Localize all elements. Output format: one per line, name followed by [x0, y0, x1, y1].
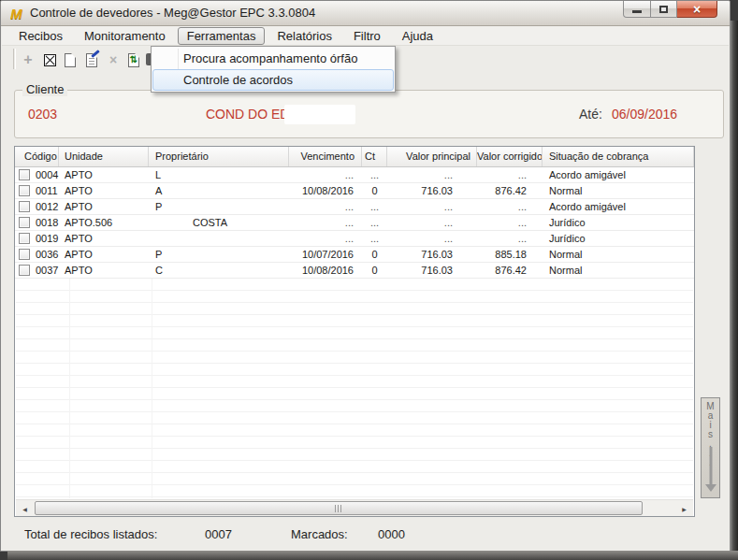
- menu-item-recibos[interactable]: Recibos: [9, 27, 72, 45]
- cell-valor_principal: ...: [387, 167, 477, 182]
- grid-gridline: [152, 279, 152, 498]
- total-recibos-value: 0007: [205, 521, 232, 549]
- cell-ct: 0: [362, 247, 387, 262]
- column-header-proprietario[interactable]: Proprietário: [149, 147, 289, 166]
- cell-situacao: Normal: [543, 183, 694, 198]
- cell-vencimento: ...: [289, 167, 362, 182]
- menu-item-filtro[interactable]: Filtro: [344, 27, 390, 45]
- cell-ct: ...: [362, 199, 387, 214]
- cell-codigo: 0019: [36, 233, 58, 244]
- table-row[interactable]: 0018APTO.506COSTA............Jurídico: [15, 215, 694, 231]
- minimize-button[interactable]: [623, 1, 651, 18]
- cell-unidade: APTO: [59, 247, 149, 262]
- close-button[interactable]: ×: [677, 1, 717, 18]
- redaction-box: [284, 105, 355, 124]
- grid-gridline: [69, 279, 70, 498]
- window-title: Controle de devedores - Meg@Gestor EPC 3…: [30, 1, 315, 25]
- maximize-icon: [659, 6, 668, 13]
- row-checkbox[interactable]: [19, 185, 30, 196]
- cliente-codigo: 0203: [28, 91, 57, 137]
- cell-codigo: 0018: [36, 217, 58, 228]
- cell-valor_principal: 716.03: [387, 183, 477, 198]
- cell-valor_corrigido: ...: [477, 215, 543, 230]
- scrollbar-grip-icon: [335, 505, 342, 512]
- scrollbar-thumb[interactable]: [35, 501, 643, 515]
- table-row[interactable]: 0011APTOA10/08/20160716.03876.42Normal: [15, 183, 694, 199]
- row-checkbox[interactable]: [19, 169, 30, 180]
- cell-vencimento: ...: [289, 199, 362, 214]
- row-checkbox[interactable]: [19, 249, 30, 260]
- dropdown-item-controle-de-acordos[interactable]: Controle de acordos: [152, 69, 394, 91]
- plus-glyph: +: [23, 52, 32, 67]
- new-document-icon[interactable]: [62, 51, 79, 68]
- column-header-valor-principal[interactable]: Valor principal: [387, 147, 477, 166]
- x-glyph: ×: [109, 53, 117, 66]
- table-row[interactable]: 0004APTOL............Acordo amigável: [15, 167, 694, 183]
- minimize-icon: [632, 10, 642, 13]
- table-row[interactable]: 0012APTOP............Acordo amigável: [15, 199, 694, 215]
- column-header-vencimento[interactable]: Vencimento: [289, 147, 362, 166]
- cell-valor_principal: ...: [387, 199, 477, 214]
- scroll-right-arrow-icon[interactable]: ▶: [677, 502, 691, 515]
- toolbar-grip[interactable]: [13, 49, 16, 69]
- refresh-icon[interactable]: ⇅: [125, 51, 142, 68]
- cell-valor_corrigido: 876.42: [477, 183, 543, 198]
- column-header-valor-corrigido[interactable]: Valor corrigido: [477, 147, 543, 166]
- ferramentas-dropdown: Procura acompanhamento órfãoControle de …: [151, 46, 396, 93]
- cell-ct: 0: [362, 183, 387, 198]
- cancel-box-icon[interactable]: [41, 51, 58, 68]
- menu-item-ajuda[interactable]: Ajuda: [393, 27, 442, 45]
- cell-unidade: APTO.506: [59, 215, 149, 230]
- cell-proprietario: L: [149, 167, 289, 182]
- cell-codigo: 0012: [36, 201, 58, 212]
- cell-valor_principal: 716.03: [387, 247, 477, 262]
- app-window: M Controle de devedores - Meg@Gestor EPC…: [0, 0, 731, 552]
- menu-item-relatorios[interactable]: Relatórios: [268, 27, 341, 45]
- cell-valor_principal: 716.03: [387, 263, 477, 278]
- table-row[interactable]: 0037APTOC10/08/20160716.03876.42Normal: [15, 263, 694, 279]
- marcados-label: Marcados:: [291, 521, 348, 549]
- row-checkbox[interactable]: [19, 265, 30, 276]
- add-icon[interactable]: +: [20, 51, 36, 68]
- cell-vencimento: ...: [289, 231, 362, 246]
- cell-valor_corrigido: ...: [477, 231, 543, 246]
- cell-proprietario: P: [149, 199, 289, 214]
- ate-label: Até:: [579, 91, 602, 137]
- grid-empty-area: [16, 279, 693, 498]
- screen: M Controle de devedores - Meg@Gestor EPC…: [0, 0, 738, 560]
- cell-situacao: Normal: [543, 247, 694, 262]
- title-bar[interactable]: M Controle de devedores - Meg@Gestor EPC…: [1, 1, 730, 26]
- status-bar: Total de recibos listados: 0007 Marcados…: [1, 521, 730, 549]
- column-header-ct[interactable]: Ct: [362, 147, 387, 166]
- cell-codigo-container: 0011: [15, 183, 59, 198]
- delete-icon[interactable]: ×: [105, 51, 122, 68]
- row-checkbox[interactable]: [19, 217, 30, 228]
- app-logo-icon: M: [8, 6, 24, 22]
- menu-item-monitoramento[interactable]: Monitoramento: [75, 27, 175, 45]
- menu-item-ferramentas[interactable]: Ferramentas: [178, 27, 266, 45]
- cell-codigo-container: 0012: [15, 199, 59, 214]
- table-row[interactable]: 0019APTO............Jurídico: [15, 231, 694, 247]
- close-icon: ×: [693, 2, 701, 17]
- column-header-codigo[interactable]: Código: [15, 147, 59, 166]
- table-row[interactable]: 0036APTOP10/07/20160716.03885.18Normal: [15, 247, 694, 263]
- maximize-button[interactable]: [651, 1, 677, 18]
- column-header-situacao-de-cobranca[interactable]: Situação de cobrança: [543, 147, 694, 166]
- column-header-unidade[interactable]: Unidade: [59, 147, 149, 166]
- dropdown-item-procura-acompanhamento-orfao[interactable]: Procura acompanhamento órfão: [152, 48, 394, 69]
- cell-codigo-container: 0019: [15, 231, 59, 246]
- scroll-left-arrow-icon[interactable]: ◀: [18, 502, 32, 515]
- cell-unidade: APTO: [59, 183, 149, 198]
- row-checkbox[interactable]: [19, 233, 30, 244]
- cell-proprietario: A: [149, 183, 289, 198]
- cell-proprietario: C: [149, 263, 289, 278]
- mais-button[interactable]: Mais...: [701, 397, 720, 498]
- cell-codigo-container: 0004: [15, 167, 59, 182]
- horizontal-scrollbar[interactable]: ◀ ▶: [16, 499, 693, 516]
- cell-valor_corrigido: ...: [477, 167, 543, 182]
- edit-properties-icon[interactable]: [83, 51, 100, 68]
- cell-proprietario: [149, 231, 289, 246]
- cell-ct: ...: [362, 167, 387, 182]
- row-checkbox[interactable]: [19, 201, 30, 212]
- devedores-grid: CódigoUnidadeProprietárioVencimentoCtVal…: [14, 146, 695, 517]
